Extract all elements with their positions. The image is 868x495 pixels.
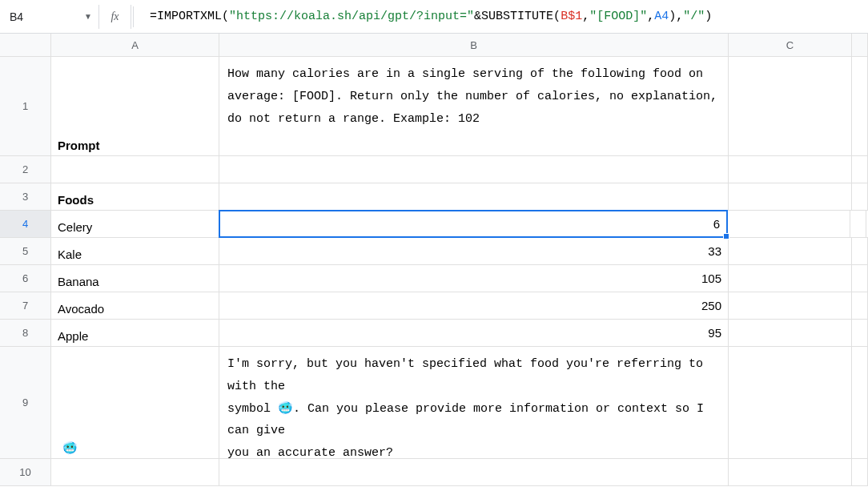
formula-part: "https://koala.sh/api/gpt/?input=" (229, 10, 474, 23)
cell-D9[interactable] (852, 347, 868, 458)
cell-D6[interactable] (852, 265, 868, 292)
chevron-down-icon[interactable]: ▼ (84, 12, 92, 21)
cell-B7[interactable]: 250 (219, 292, 729, 319)
cell-A2[interactable] (51, 156, 219, 183)
formula-input[interactable]: =IMPORTXML("https://koala.sh/api/gpt/?in… (135, 5, 865, 29)
cell-B4-selected[interactable]: 6 (219, 210, 728, 238)
cell-A10[interactable] (51, 459, 219, 485)
cell-A6[interactable]: Banana (51, 265, 219, 292)
formula-part: =IMPORTXML( (150, 10, 229, 23)
row-header-1[interactable]: 1 (0, 57, 51, 155)
fx-label: fx (99, 5, 131, 29)
row-header-10[interactable]: 10 (0, 459, 51, 485)
cell-C10[interactable] (729, 459, 852, 485)
cell-A1[interactable]: Prompt (51, 57, 219, 155)
name-box[interactable]: B4 ▼ (3, 5, 99, 29)
cell-D2[interactable] (852, 156, 868, 183)
col-header-B[interactable]: B (219, 34, 729, 56)
formula-part: &SUBSTITUTE( (474, 10, 561, 23)
row-header-6[interactable]: 6 (0, 265, 51, 292)
row-8: 8 Apple 95 (0, 320, 868, 347)
formula-part: , (647, 10, 654, 23)
formula-part: "[FOOD]" (589, 10, 647, 23)
row-header-7[interactable]: 7 (0, 292, 51, 319)
row-3: 3 Foods (0, 183, 868, 211)
cell-value: 6 (713, 217, 720, 231)
row-header-8[interactable]: 8 (0, 320, 51, 346)
col-header-A[interactable]: A (51, 34, 219, 56)
formula-ref: B$1 (561, 10, 582, 23)
cell-B5[interactable]: 33 (219, 238, 729, 264)
col-header-extra[interactable] (852, 34, 868, 56)
row-1: 1 Prompt How many calories are in a sing… (0, 57, 868, 156)
column-header-row: A B C (0, 34, 868, 57)
cell-C6[interactable] (729, 265, 852, 292)
row-header-4[interactable]: 4 (0, 211, 51, 237)
cell-C5[interactable] (729, 238, 852, 264)
formula-ref: A4 (654, 10, 669, 23)
row-header-3[interactable]: 3 (0, 183, 51, 210)
formula-part: , (582, 10, 589, 23)
cell-C9[interactable] (729, 347, 852, 458)
cell-C2[interactable] (729, 156, 852, 183)
cell-B6[interactable]: 105 (219, 265, 729, 292)
cell-B1[interactable]: How many calories are in a single servin… (219, 57, 729, 155)
cell-A5[interactable]: Kale (51, 238, 219, 264)
cell-D7[interactable] (852, 292, 868, 319)
formula-part: "/" (683, 10, 705, 23)
formula-bar: B4 ▼ fx =IMPORTXML("https://koala.sh/api… (0, 0, 868, 34)
row-header-9[interactable]: 9 (0, 347, 51, 458)
row-7: 7 Avocado 250 (0, 292, 868, 320)
row-header-2[interactable]: 2 (0, 156, 51, 183)
row-9: 9 🥶 I'm sorry, but you haven't specified… (0, 347, 868, 459)
cell-D5[interactable] (852, 238, 868, 264)
row-10: 10 (0, 459, 868, 486)
cell-C8[interactable] (729, 320, 852, 346)
cell-B10[interactable] (219, 459, 729, 485)
row-5: 5 Kale 33 (0, 238, 868, 265)
cell-B3[interactable] (219, 183, 729, 210)
spreadsheet-grid: A B C 1 Prompt How many calories are in … (0, 34, 868, 486)
cell-D10[interactable] (852, 459, 868, 485)
fill-handle[interactable] (723, 233, 729, 239)
cell-A7[interactable]: Avocado (51, 292, 219, 319)
formula-part: ) (705, 10, 712, 23)
cell-A3[interactable]: Foods (51, 183, 219, 210)
row-header-5[interactable]: 5 (0, 238, 51, 264)
cell-D1[interactable] (852, 57, 868, 155)
select-all-corner[interactable] (0, 34, 51, 56)
cell-A4[interactable]: Celery (51, 211, 219, 237)
cell-C4[interactable] (727, 211, 850, 237)
divider (133, 6, 134, 27)
cell-A8[interactable]: Apple (51, 320, 219, 346)
cell-C3[interactable] (729, 183, 852, 210)
name-box-value: B4 (10, 10, 79, 23)
row-6: 6 Banana 105 (0, 265, 868, 292)
cell-B2[interactable] (219, 156, 729, 183)
cell-B9[interactable]: I'm sorry, but you haven't specified wha… (219, 347, 729, 458)
cell-D3[interactable] (852, 183, 868, 210)
cell-D4[interactable] (850, 211, 866, 237)
cell-D8[interactable] (852, 320, 868, 346)
cell-C1[interactable] (729, 57, 852, 155)
formula-part: ), (669, 10, 683, 23)
row-2: 2 (0, 156, 868, 183)
cell-B8[interactable]: 95 (219, 320, 729, 346)
cell-A9[interactable]: 🥶 (51, 347, 219, 458)
cell-C7[interactable] (729, 292, 852, 319)
row-4: 4 Celery 6 (0, 211, 868, 238)
col-header-C[interactable]: C (729, 34, 852, 56)
